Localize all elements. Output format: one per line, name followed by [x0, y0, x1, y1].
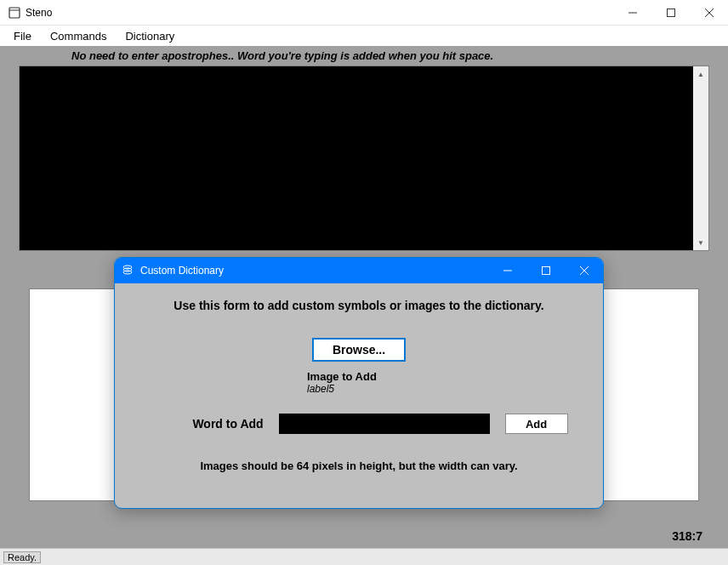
editor-vertical-scrollbar[interactable]: ▲ ▼: [693, 66, 708, 250]
minimize-button[interactable]: [613, 0, 651, 26]
dialog-close-button[interactable]: [565, 258, 603, 283]
main-titlebar: Steno: [0, 0, 728, 26]
status-text: Ready.: [3, 551, 41, 563]
menu-dictionary[interactable]: Dictionary: [125, 30, 174, 43]
dialog-title: Custom Dictionary: [140, 265, 224, 277]
image-to-add-value: label5: [307, 383, 577, 395]
editor-container: ▲ ▼: [19, 66, 709, 251]
svg-rect-3: [667, 9, 674, 16]
dialog-maximize-button[interactable]: [526, 258, 565, 283]
custom-dictionary-dialog: Custom Dictionary Use this form to add c…: [114, 257, 604, 509]
scroll-up-icon[interactable]: ▲: [693, 66, 708, 82]
dialog-titlebar: Custom Dictionary: [115, 258, 603, 283]
menubar: File Commands Dictionary: [0, 26, 728, 46]
dialog-heading: Use this form to add custom symbols or i…: [140, 299, 577, 312]
text-editor[interactable]: [20, 66, 693, 250]
dialog-body: Use this form to add custom symbols or i…: [115, 283, 603, 481]
dialog-minimize-button[interactable]: [488, 258, 526, 283]
book-icon: [9, 7, 20, 19]
svg-rect-0: [9, 8, 20, 18]
browse-button[interactable]: Browse...: [312, 338, 406, 362]
svg-rect-10: [542, 267, 549, 275]
cursor-position: 318:7: [672, 529, 702, 543]
menu-commands[interactable]: Commands: [50, 30, 106, 43]
image-to-add-label: Image to Add: [307, 370, 577, 383]
main-window-title: Steno: [26, 7, 52, 19]
close-button[interactable]: [690, 0, 728, 26]
scroll-down-icon[interactable]: ▼: [693, 235, 708, 250]
add-button[interactable]: Add: [505, 414, 568, 434]
statusbar: Ready.: [0, 548, 728, 565]
word-to-add-label: Word to Add: [192, 417, 263, 431]
dialog-note: Images should be 64 pixels in height, bu…: [140, 459, 577, 472]
maximize-button[interactable]: [651, 0, 690, 26]
client-area: No need to enter apostrophes.. Word you'…: [0, 46, 728, 548]
hint-text: No need to enter apostrophes.. Word you'…: [3, 46, 725, 66]
word-to-add-input[interactable]: [279, 414, 490, 434]
stack-icon: [122, 265, 134, 277]
menu-file[interactable]: File: [14, 30, 31, 43]
